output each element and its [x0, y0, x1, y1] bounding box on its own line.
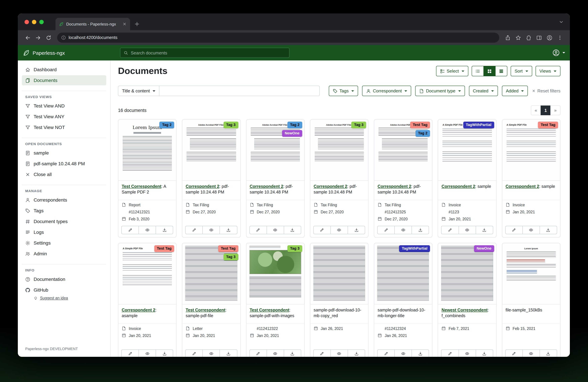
sort-button[interactable]: Sort [510, 66, 532, 76]
edit-button[interactable] [505, 226, 523, 234]
document-thumbnail[interactable]: A Simple PDF FileTest Tag [502, 120, 560, 181]
reset-filters-button[interactable]: Reset filters [532, 88, 560, 93]
view-button[interactable] [203, 349, 220, 357]
card-correspondent-link[interactable]: Correspondent 2 [314, 184, 347, 189]
sidebar-item-document-types[interactable]: Document types [22, 216, 106, 226]
download-button[interactable] [220, 226, 237, 234]
new-tab-button[interactable] [134, 21, 140, 27]
tag-badge-tag-3[interactable]: Tag 3 [223, 122, 238, 128]
download-button[interactable] [540, 226, 557, 234]
document-thumbnail[interactable]: Adobe Acrobat PDF FilesTag 3 [310, 120, 368, 181]
extensions-icon[interactable] [526, 35, 531, 40]
document-thumbnail[interactable] [310, 243, 368, 304]
filter-field-button[interactable]: Title & content [118, 86, 159, 96]
document-thumbnail[interactable]: Adobe Acrobat PDF FilesTag 3 [182, 120, 240, 181]
share-icon[interactable] [505, 35, 511, 40]
card-correspondent-link[interactable]: Correspondent 2 [186, 184, 219, 189]
view-button[interactable] [523, 226, 540, 234]
card-correspondent-link[interactable]: Test Correspondent [122, 184, 161, 189]
document-card[interactable]: Adobe Acrobat PDF FilesTest TagTag 2Corr… [374, 119, 433, 238]
filter-added-button[interactable]: Added [502, 86, 528, 96]
pagination-prev-button[interactable]: « [531, 105, 541, 115]
card-correspondent-link[interactable]: Newest Correspondent [441, 308, 488, 312]
filter-query-input[interactable] [159, 86, 320, 96]
zoom-window-button[interactable] [39, 20, 44, 24]
view-mode-grid-button[interactable] [483, 66, 495, 76]
close-tab-icon[interactable] [122, 22, 127, 26]
edit-button[interactable] [121, 349, 139, 357]
document-card[interactable]: A Simple PDF FileTest TagCorrespondent 2… [118, 243, 177, 357]
document-card[interactable]: Lorem ipsumfile-sample_150kBsFeb 15, 202… [502, 243, 560, 357]
tag-badge-test-tag[interactable]: Test Tag [218, 245, 238, 252]
forward-icon[interactable] [35, 35, 41, 40]
sidebar-item-settings[interactable]: Settings [22, 238, 106, 248]
browser-tab[interactable]: Documents - Paperless-ngx [56, 18, 130, 30]
sidebar-item-github[interactable]: GitHub [22, 285, 106, 295]
document-thumbnail[interactable]: TagWithPartial [374, 243, 432, 304]
reload-icon[interactable] [46, 35, 51, 40]
view-mode-details-button[interactable] [495, 66, 507, 76]
view-button[interactable] [458, 226, 476, 234]
tag-badge-tagwithpartial[interactable]: TagWithPartial [463, 122, 494, 128]
document-card[interactable]: NewOneNewest Correspondent: f_combinedsF… [438, 243, 497, 357]
download-button[interactable] [540, 349, 557, 357]
tag-badge-newone[interactable]: NewOne [282, 130, 302, 137]
menu-icon[interactable] [557, 35, 563, 40]
tag-badge-tag-2[interactable]: Tag 2 [160, 122, 174, 128]
view-mode-list-button[interactable] [471, 66, 483, 76]
edit-button[interactable] [185, 349, 203, 357]
sidebar-item-logs[interactable]: Logs [22, 227, 106, 237]
document-thumbnail[interactable]: Test TagTag 3 [182, 243, 240, 304]
edit-button[interactable] [377, 349, 395, 357]
view-button[interactable] [394, 349, 412, 357]
sidebar-item-test-view-not[interactable]: Test View NOT [22, 122, 106, 132]
download-button[interactable] [156, 226, 173, 234]
document-thumbnail[interactable]: Lorem ipsum [502, 243, 560, 304]
download-button[interactable] [412, 349, 429, 357]
document-thumbnail[interactable]: Adobe Acrobat PDF FilesTest TagTag 2 [374, 120, 432, 181]
tag-badge-tag-2[interactable]: Tag 2 [415, 130, 430, 137]
document-thumbnail[interactable]: Adobe Acrobat PDF FilesTag 2NewOne [246, 120, 304, 181]
document-card[interactable]: sample-pdf-download-10-mb copy_redJan 26… [310, 243, 369, 357]
card-correspondent-link[interactable]: Correspondent 2 [122, 308, 155, 312]
sidebar-item-pdf-sample-10-24-48-pm[interactable]: pdf-sample 10.24.48 PM [22, 159, 106, 169]
sidebar-item-test-view-any[interactable]: Test View ANY [22, 112, 106, 122]
document-card[interactable]: Lorem IpsumTag 2Test Correspondent: A Sa… [118, 119, 177, 238]
document-thumbnail[interactable]: Lorem IpsumTag 2 [118, 120, 176, 181]
document-thumbnail[interactable]: NewOne [438, 243, 496, 304]
edit-button[interactable] [313, 226, 331, 234]
document-card[interactable]: A Simple PDF FileTagWithPartialCorrespon… [438, 119, 497, 238]
pagination-next-button[interactable]: » [550, 105, 560, 115]
document-thumbnail[interactable]: Tag 3 [246, 243, 304, 304]
filter-document-type-button[interactable]: Document type [415, 86, 465, 96]
back-icon[interactable] [25, 35, 31, 40]
app-brand[interactable]: Paperless-ngx [22, 49, 111, 56]
download-button[interactable] [220, 349, 237, 357]
card-correspondent-link[interactable]: Correspondent 2 [505, 184, 539, 189]
document-card[interactable]: Tag 3Test Correspondent: sample-pdf-with… [246, 243, 305, 357]
download-button[interactable] [284, 226, 301, 234]
view-button[interactable] [139, 226, 156, 234]
document-card[interactable]: Adobe Acrobat PDF FilesTag 3Corresponden… [182, 119, 241, 238]
sidebar-item-suggest-an-idea[interactable]: Suggest an idea [22, 296, 106, 302]
pagination-page-1[interactable]: 1 [541, 105, 551, 115]
side-panel-icon[interactable] [536, 35, 542, 40]
download-button[interactable] [348, 349, 365, 357]
edit-button[interactable] [377, 226, 395, 234]
document-card[interactable]: Test TagTag 3Test Correspondent: sample-… [182, 243, 241, 357]
minimize-window-button[interactable] [32, 20, 36, 24]
sidebar-item-correspondents[interactable]: Correspondents [22, 195, 106, 205]
close-window-button[interactable] [24, 20, 29, 24]
view-button[interactable] [458, 349, 476, 357]
view-button[interactable] [523, 349, 540, 357]
view-button[interactable] [331, 226, 348, 234]
edit-button[interactable] [185, 226, 203, 234]
download-button[interactable] [476, 226, 493, 234]
view-button[interactable] [139, 349, 156, 357]
search-input[interactable] [131, 50, 286, 55]
card-correspondent-link[interactable]: Correspondent 2 [378, 184, 411, 189]
tag-badge-tagwithpartial[interactable]: TagWithPartial [399, 245, 430, 252]
download-button[interactable] [412, 226, 429, 234]
card-correspondent-link[interactable]: Correspondent 2 [250, 184, 283, 189]
edit-button[interactable] [441, 226, 459, 234]
